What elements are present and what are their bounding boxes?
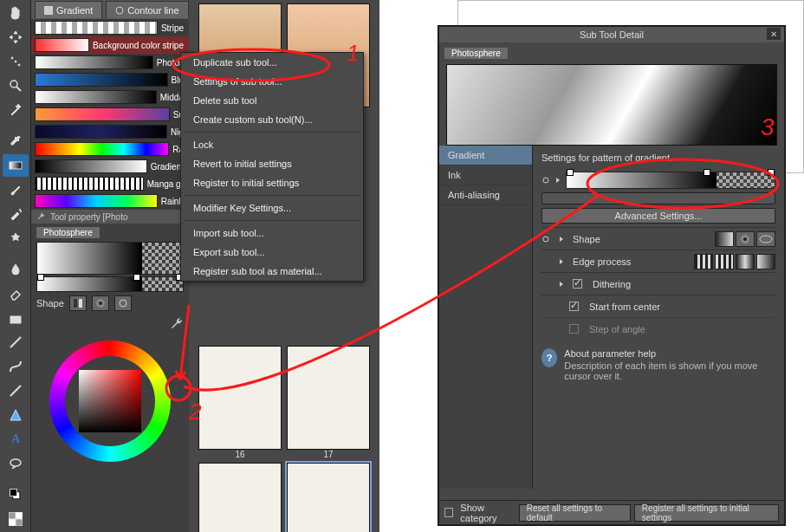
dialog-gradient-preview[interactable] [446,64,777,146]
subtool-night[interactable]: Nig [31,123,189,140]
ctx-register-material[interactable]: Register sub tool as material... [181,262,363,281]
wand-tool[interactable] [3,99,29,121]
cat-ink[interactable]: Ink [439,165,532,185]
blend-tool[interactable] [3,258,29,281]
balloon-tool[interactable] [3,452,29,475]
ctx-export[interactable]: Export sub tool... [181,243,363,262]
shape-ellipse-button[interactable] [756,231,775,247]
zoom-tool[interactable] [3,75,29,97]
edge-opt3-button[interactable] [736,254,755,269]
subtool-rainbow[interactable]: Ra [31,140,189,158]
gradient-tool[interactable] [3,154,29,177]
subtool-stripe[interactable]: Stripe [31,19,189,36]
tab-contour[interactable]: Contour line [106,1,188,18]
svg-rect-12 [10,490,17,496]
brush-tool[interactable] [3,178,29,201]
subtool-midday[interactable]: Midda [31,88,189,106]
preview-icon [35,21,158,35]
ruler-tool[interactable] [3,380,29,402]
dialog-close-button[interactable]: ✕ [767,28,781,40]
eraser-tool[interactable] [3,282,29,305]
tool-detail-wrench-icon[interactable] [170,316,184,330]
gradient-stop[interactable] [37,274,44,281]
ctx-duplicate[interactable]: Duplicate sub tool... [181,53,363,72]
ctx-create[interactable]: Create custom sub tool(N)... [181,110,363,129]
dot-tool[interactable] [3,50,29,73]
tool-property-header: Tool property [Photo [31,210,189,224]
shape-linear-button[interactable] [69,295,87,311]
line-tool[interactable] [3,331,29,354]
tab-gradient[interactable]: Gradient [35,1,102,18]
fg-bg-swatch[interactable] [3,483,29,506]
shape-linear-button[interactable] [715,231,734,247]
eye-icon[interactable] [541,176,550,185]
ctx-revert[interactable]: Revert to initial settings [181,154,363,173]
page-thumb[interactable] [198,346,282,450]
settings-area: Settings for pattern of gradient. Advanc… [533,146,784,489]
move-layer-tool[interactable] [3,26,29,49]
shape-radial-button[interactable] [736,231,755,247]
cat-gradient[interactable]: Gradient [439,146,532,165]
gradient-stop[interactable] [567,169,574,176]
preview-icon [35,38,89,52]
svg-point-1 [15,61,16,62]
subtool-bgstripe[interactable]: Background color stripe [31,36,189,54]
gradient-bar[interactable] [36,276,184,292]
preview-icon [35,159,147,173]
ctx-modifier[interactable]: Modifier Key Settings... [181,198,363,217]
eye-icon[interactable] [541,235,550,243]
dialog-titlebar[interactable]: Sub Tool Detail ✕ [439,27,784,42]
show-category-check[interactable]: Show category [444,503,519,523]
reset-button[interactable]: Reset all settings to default [519,504,631,522]
eyedropper-tool[interactable] [3,130,29,152]
preview-icon [35,177,144,191]
edge-opt4-button[interactable] [756,254,775,269]
page-thumb[interactable] [287,346,370,450]
advanced-settings-button[interactable]: Advanced Settings... [541,208,775,224]
ctx-import[interactable]: Import sub tool... [181,224,363,243]
sv-square[interactable] [79,370,141,432]
svg-line-9 [10,337,21,347]
airbrush-tool[interactable] [3,203,29,225]
shape-tool[interactable] [3,404,29,426]
curve-tool[interactable] [3,355,29,378]
subtool-gradientset[interactable]: Gradient [31,158,189,175]
expand-icon[interactable] [557,257,566,266]
cat-antialiasing[interactable]: Anti-aliasing [439,185,532,205]
edge-opt1-button[interactable] [694,254,713,269]
gradient-track[interactable] [541,192,775,204]
ctx-register-init[interactable]: Register to initial settings [181,173,363,192]
svg-rect-19 [79,299,82,308]
decoration-tool[interactable] [3,227,29,250]
ctx-lock[interactable]: Lock [181,135,363,154]
gradient-stop[interactable] [704,169,710,176]
page-thumb[interactable] [198,463,282,532]
expand-icon[interactable] [557,280,566,289]
gradient-preview-large[interactable] [36,242,184,275]
gradient-stop[interactable] [133,274,140,281]
subtool-manga[interactable]: Manga gr [31,175,189,192]
text-tool[interactable]: A [3,428,29,451]
subtool-photosphere[interactable]: Photos [31,54,189,71]
subtool-sunset[interactable]: Su [31,106,189,123]
subtool-blue[interactable]: Blu [31,71,189,88]
shape-more-button[interactable] [114,295,132,311]
edge-opt2-button[interactable] [715,254,734,269]
checker-swatch[interactable] [3,508,29,530]
fill-tool[interactable] [3,307,29,329]
shape-radial-button[interactable] [92,295,109,311]
gradient-stop[interactable] [768,169,775,176]
hand-tool[interactable] [3,2,29,24]
page-thumb[interactable] [287,463,370,532]
dithering-checkbox[interactable] [573,279,582,289]
ctx-delete[interactable]: Delete sub tool [181,91,363,110]
expand-icon[interactable] [554,176,562,185]
ctx-settings[interactable]: Settings of sub tool... [181,72,363,91]
subtool-rainbow2[interactable]: Rainb [31,192,189,210]
register-button[interactable]: Register all settings to initial setting… [634,504,779,522]
checkbox-icon[interactable] [444,508,453,517]
expand-icon[interactable] [557,235,566,243]
start-center-checkbox[interactable] [569,302,579,311]
dialog-gradient-bar[interactable] [566,172,775,189]
color-wheel[interactable] [49,341,171,462]
